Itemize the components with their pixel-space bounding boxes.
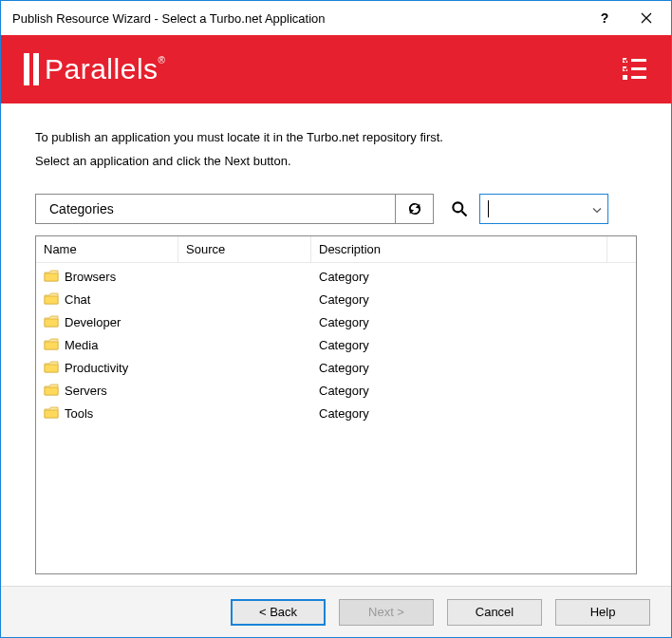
cell-name-text: Developer bbox=[65, 315, 121, 329]
cell-description: Category bbox=[311, 406, 636, 421]
cell-name-text: Browsers bbox=[65, 270, 116, 284]
cell-name-text: Productivity bbox=[65, 361, 128, 375]
list-item[interactable]: ServersCategory bbox=[36, 379, 636, 402]
help-icon[interactable]: ? bbox=[584, 3, 625, 33]
folder-icon bbox=[44, 406, 59, 420]
cell-description: Category bbox=[311, 338, 636, 352]
list-item[interactable]: ChatCategory bbox=[36, 288, 636, 310]
refresh-icon bbox=[406, 200, 423, 217]
controls-row: Categories bbox=[35, 194, 637, 224]
close-icon[interactable] bbox=[625, 3, 667, 33]
list-item[interactable]: DeveloperCategory bbox=[36, 310, 636, 333]
cell-name-text: Servers bbox=[65, 384, 107, 398]
folder-icon bbox=[44, 338, 59, 351]
text-cursor bbox=[488, 200, 489, 217]
cell-description: Category bbox=[311, 270, 636, 284]
brand-logo: Parallels® bbox=[24, 53, 165, 85]
instructions: To publish an application you must locat… bbox=[35, 126, 637, 173]
cell-name: Browsers bbox=[36, 270, 178, 284]
list-item[interactable]: ProductivityCategory bbox=[36, 356, 636, 379]
brand-banner: Parallels® bbox=[1, 35, 671, 103]
application-list: Name Source Description BrowsersCategory… bbox=[35, 235, 637, 574]
search-combobox[interactable] bbox=[479, 194, 608, 224]
svg-rect-3 bbox=[631, 59, 646, 62]
cell-name: Chat bbox=[36, 292, 178, 307]
svg-point-6 bbox=[453, 203, 462, 213]
chevron-down-icon[interactable] bbox=[592, 202, 602, 216]
cancel-button[interactable]: Cancel bbox=[447, 599, 542, 626]
cell-name: Productivity bbox=[36, 361, 178, 375]
svg-line-7 bbox=[462, 212, 467, 216]
instruction-line-2: Select an application and click the Next… bbox=[35, 150, 637, 174]
cell-name: Developer bbox=[36, 315, 178, 329]
cell-description: Category bbox=[311, 361, 636, 375]
wizard-footer: < Back Next > Cancel Help bbox=[1, 586, 671, 637]
svg-rect-5 bbox=[631, 76, 646, 79]
folder-icon bbox=[44, 384, 59, 397]
window-title: Publish Resource Wizard - Select a Turbo… bbox=[12, 11, 584, 26]
list-item[interactable]: BrowsersCategory bbox=[36, 265, 636, 288]
breadcrumb-box: Categories bbox=[35, 194, 434, 224]
search-icon bbox=[449, 198, 470, 219]
list-body: BrowsersCategoryChatCategoryDeveloperCat… bbox=[36, 263, 636, 426]
list-header: Name Source Description bbox=[36, 236, 636, 263]
cell-name-text: Media bbox=[65, 338, 98, 352]
content-area: To publish an application you must locat… bbox=[1, 103, 671, 586]
folder-icon bbox=[44, 361, 59, 374]
back-button[interactable]: < Back bbox=[231, 599, 326, 626]
refresh-button[interactable] bbox=[395, 195, 433, 223]
cell-name: Media bbox=[36, 338, 178, 352]
wizard-window: Publish Resource Wizard - Select a Turbo… bbox=[0, 0, 672, 638]
breadcrumb-path[interactable]: Categories bbox=[36, 195, 395, 223]
instruction-line-1: To publish an application you must locat… bbox=[35, 126, 637, 150]
titlebar: Publish Resource Wizard - Select a Turbo… bbox=[1, 1, 671, 35]
svg-rect-2 bbox=[623, 75, 627, 80]
help-button[interactable]: Help bbox=[555, 599, 650, 626]
checklist-icon bbox=[620, 54, 648, 85]
column-header-name[interactable]: Name bbox=[36, 236, 178, 262]
cell-name-text: Chat bbox=[65, 292, 90, 307]
list-item[interactable]: ToolsCategory bbox=[36, 402, 636, 424]
list-item[interactable]: MediaCategory bbox=[36, 333, 636, 356]
brand-bars-icon bbox=[24, 53, 39, 85]
column-header-source[interactable]: Source bbox=[178, 236, 311, 262]
cell-description: Category bbox=[311, 384, 636, 398]
cell-name: Servers bbox=[36, 384, 178, 398]
cell-name: Tools bbox=[36, 406, 178, 421]
cell-description: Category bbox=[311, 292, 636, 307]
folder-icon bbox=[44, 270, 59, 283]
cell-name-text: Tools bbox=[65, 406, 93, 421]
cell-description: Category bbox=[311, 315, 636, 329]
folder-icon bbox=[44, 292, 59, 306]
brand-name: Parallels® bbox=[45, 53, 165, 85]
svg-rect-4 bbox=[631, 67, 646, 70]
column-header-description[interactable]: Description bbox=[311, 236, 607, 262]
folder-icon bbox=[44, 315, 59, 328]
next-button: Next > bbox=[339, 599, 434, 626]
column-header-spacer bbox=[607, 236, 636, 262]
brand-name-text: Parallels bbox=[45, 53, 159, 84]
